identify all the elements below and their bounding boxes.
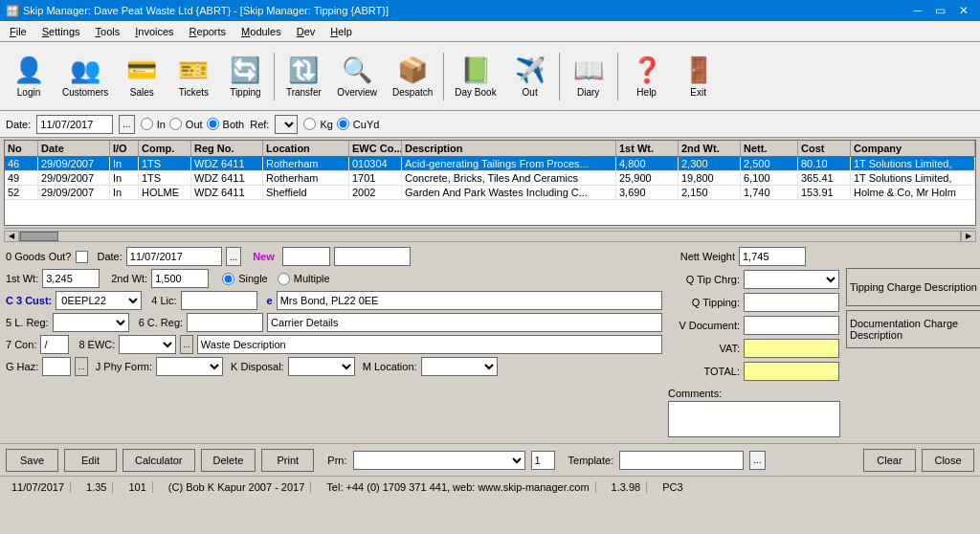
grid-scroll[interactable]: 46 29/09/2007 In 1TS WDZ 6411 Rotherham …: [5, 157, 975, 226]
prm-dropdown[interactable]: [353, 451, 525, 470]
menu-help[interactable]: Help: [323, 24, 360, 39]
ref-dropdown[interactable]: [275, 115, 298, 134]
multiple-radio[interactable]: [278, 273, 290, 285]
waste-desc-input[interactable]: [197, 335, 662, 354]
exit-button[interactable]: 🚪 Exit: [674, 46, 724, 107]
close-button[interactable]: Close: [922, 449, 974, 472]
login-button[interactable]: 👤 Login: [4, 46, 54, 107]
delete-button[interactable]: Delete: [201, 449, 256, 472]
l-reg-dropdown[interactable]: [53, 313, 129, 332]
form-row-1: 0 Goods Out? Date: ... New: [6, 247, 662, 266]
overview-button[interactable]: 🔍 Overview: [330, 46, 384, 107]
nett-weight-row: Nett Weight: [668, 247, 840, 266]
tickets-button[interactable]: 🎫 Tickets: [168, 46, 218, 107]
despatch-button[interactable]: 📦 Despatch: [386, 46, 439, 107]
in-radio[interactable]: [141, 118, 153, 130]
form-date-input[interactable]: [126, 247, 222, 266]
form-date-browse-button[interactable]: ...: [226, 247, 241, 266]
horizontal-scrollbar[interactable]: ◀ ▶: [4, 228, 976, 243]
second-wt-input[interactable]: [151, 269, 209, 288]
c-reg-label: 6 C. Reg:: [139, 317, 183, 328]
help-button[interactable]: ❓ Help: [622, 46, 672, 107]
vat-input[interactable]: [744, 339, 839, 358]
diary-button[interactable]: 📖 Diary: [564, 46, 613, 107]
comments-textarea[interactable]: [668, 401, 840, 437]
close-button[interactable]: ✕: [953, 3, 974, 18]
menu-dev[interactable]: Dev: [289, 24, 323, 39]
q-tip-chrg-dropdown[interactable]: [744, 270, 839, 289]
scroll-left-button[interactable]: ◀: [4, 231, 19, 242]
cell-company: 1T Solutions Limited,: [851, 157, 975, 170]
edit-button[interactable]: Edit: [64, 449, 117, 472]
bottom-bar: Save Edit Calculator Delete Print Prn: T…: [0, 443, 980, 476]
menu-tools[interactable]: Tools: [88, 24, 128, 39]
table-row[interactable]: 46 29/09/2007 In 1TS WDZ 6411 Rotherham …: [5, 157, 975, 171]
prm-num-input[interactable]: [531, 451, 555, 470]
disposal-dropdown[interactable]: [288, 357, 355, 376]
tipping-button[interactable]: 🔄 Tipping: [220, 46, 270, 107]
print-button[interactable]: Print: [261, 449, 314, 472]
carrier-details-input[interactable]: [267, 313, 662, 332]
lic-input[interactable]: [181, 291, 257, 310]
scroll-right-button[interactable]: ▶: [961, 231, 976, 242]
both-label: Both: [223, 119, 245, 130]
ticket-num-2[interactable]: [334, 247, 411, 266]
minimize-button[interactable]: ─: [907, 3, 927, 18]
location-label: M Location:: [363, 361, 417, 372]
goods-out-checkbox[interactable]: [76, 251, 88, 263]
haz-browse-button[interactable]: ...: [75, 357, 88, 376]
calculator-button[interactable]: Calculator: [122, 449, 195, 472]
haz-input[interactable]: [42, 357, 71, 376]
date-browse-button[interactable]: ...: [119, 115, 134, 134]
daybook-button[interactable]: 📗 Day Book: [448, 46, 502, 107]
menu-file[interactable]: File: [2, 24, 34, 39]
date-input[interactable]: [36, 115, 113, 134]
cell-wt1: 3,690: [616, 186, 679, 199]
nett-weight-input[interactable]: [739, 247, 806, 266]
col-io: I/O: [110, 141, 139, 156]
out-radio[interactable]: [169, 118, 182, 130]
cuyd-radio[interactable]: [337, 118, 349, 130]
template-browse-button[interactable]: ...: [749, 451, 765, 470]
ticket-type-radio-group: Single Multiple: [222, 273, 329, 285]
clear-button[interactable]: Clear: [863, 449, 916, 472]
table-row[interactable]: 52 29/09/2007 In HOLME WDZ 6411 Sheffiel…: [5, 186, 975, 200]
menu-reports[interactable]: Reports: [182, 24, 234, 39]
mrs-bond-input[interactable]: [277, 291, 662, 310]
scroll-track[interactable]: [19, 231, 961, 242]
menu-modules[interactable]: Modules: [234, 24, 289, 39]
both-radio[interactable]: [207, 118, 219, 130]
transfer-button[interactable]: 🔃 Transfer: [278, 46, 328, 107]
menu-settings[interactable]: Settings: [34, 24, 88, 39]
sales-button[interactable]: 💳 Sales: [117, 46, 167, 107]
restore-button[interactable]: ▭: [929, 3, 951, 18]
window-controls[interactable]: ─ ▭ ✕: [907, 3, 974, 18]
cell-location: Rotherham: [263, 171, 349, 185]
phy-form-dropdown[interactable]: [156, 357, 223, 376]
tipping-charge-description-box: Tipping Charge Description: [846, 268, 980, 306]
save-button[interactable]: Save: [6, 449, 58, 472]
template-label: Template:: [568, 455, 614, 466]
first-wt-input[interactable]: [42, 269, 100, 288]
ticket-num-1[interactable]: [282, 247, 330, 266]
menu-invoices[interactable]: Invoices: [127, 24, 181, 39]
single-radio[interactable]: [222, 273, 234, 285]
total-input[interactable]: [744, 362, 839, 381]
out-button[interactable]: ✈️ Out: [505, 46, 555, 107]
scroll-thumb[interactable]: [20, 232, 58, 241]
con-input[interactable]: [40, 335, 69, 354]
c-reg-input[interactable]: [187, 313, 263, 332]
ewc-browse-button[interactable]: ...: [180, 335, 193, 354]
kg-radio[interactable]: [303, 118, 316, 130]
c3-cust-dropdown[interactable]: 0EEPL22: [56, 291, 142, 310]
ewc-dropdown[interactable]: [119, 335, 176, 354]
template-input[interactable]: [619, 451, 744, 470]
customers-button[interactable]: 👥 Customers: [56, 46, 115, 107]
daybook-icon: 📗: [460, 56, 491, 85]
status-contact: Tel: +44 (0) 1709 371 441, web: www.skip…: [321, 481, 595, 493]
q-tipping-input[interactable]: [744, 293, 839, 312]
v-document-input[interactable]: [744, 316, 839, 335]
location-dropdown[interactable]: [421, 357, 498, 376]
table-row[interactable]: 49 29/09/2007 In 1TS WDZ 6411 Rotherham …: [5, 171, 975, 186]
comments-label: Comments:: [668, 388, 840, 399]
